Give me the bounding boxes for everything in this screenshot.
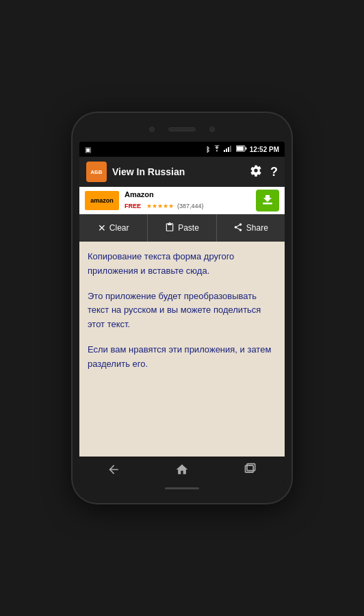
svg-point-0 bbox=[216, 151, 217, 151]
notification-icon: ▣ bbox=[85, 146, 91, 153]
svg-rect-8 bbox=[263, 203, 272, 205]
phone-screen: ▣ ᛒ bbox=[79, 142, 285, 483]
download-icon bbox=[261, 194, 274, 208]
ad-free-label: FREE bbox=[125, 203, 141, 209]
paragraph-2: Это приложение будет преобразовывать тек… bbox=[88, 290, 276, 332]
svg-rect-4 bbox=[230, 146, 231, 152]
battery-icon bbox=[236, 145, 247, 153]
svg-rect-6 bbox=[245, 148, 246, 150]
share-icon bbox=[233, 222, 243, 234]
settings-icon[interactable] bbox=[250, 164, 262, 179]
app-titlebar: АБВ View In Russian ? bbox=[79, 157, 285, 187]
home-indicator bbox=[165, 487, 199, 489]
clear-button[interactable]: ✕ Clear bbox=[79, 214, 148, 242]
ad-details: FREE ★★★★★ (387,444) bbox=[125, 198, 250, 211]
phone-bottom bbox=[79, 483, 285, 493]
paste-label: Paste bbox=[178, 223, 199, 233]
status-left: ▣ bbox=[85, 146, 91, 153]
clipboard-icon bbox=[165, 222, 174, 234]
app-logo: АБВ bbox=[86, 162, 107, 182]
svg-rect-7 bbox=[237, 146, 244, 151]
sensor bbox=[209, 127, 215, 132]
download-button[interactable] bbox=[256, 190, 279, 211]
paragraph-3: Если вам нравятся эти приложения, и зате… bbox=[88, 343, 276, 372]
phone-shell: ▣ ᛒ bbox=[73, 113, 291, 503]
ad-app-name: Amazon bbox=[125, 190, 250, 198]
toolbar: ✕ Clear Paste Share bbox=[79, 214, 285, 242]
front-camera bbox=[149, 127, 155, 132]
phone-top-bar bbox=[79, 123, 285, 136]
ad-banner: amazon Amazon FREE ★★★★★ (387,444) bbox=[79, 187, 285, 214]
logo-text: АБВ bbox=[90, 169, 102, 175]
content-text: Копирование текста форма другого приложе… bbox=[88, 250, 276, 372]
wifi-icon bbox=[213, 145, 221, 153]
nav-bar bbox=[79, 457, 285, 483]
back-button[interactable] bbox=[100, 457, 127, 483]
share-label: Share bbox=[246, 223, 268, 233]
ad-stars: ★★★★★ bbox=[146, 203, 174, 209]
status-bar: ▣ ᛒ bbox=[79, 142, 285, 157]
recents-button[interactable] bbox=[237, 457, 264, 483]
bluetooth-icon: ᛒ bbox=[206, 146, 210, 153]
main-content: Копирование текста форма другого приложе… bbox=[79, 242, 285, 457]
signal-icon bbox=[224, 145, 233, 153]
clear-label: Clear bbox=[109, 223, 129, 233]
time-display: 12:52 PM bbox=[250, 146, 279, 153]
app-title: View In Russian bbox=[112, 166, 244, 177]
speaker-grill bbox=[168, 127, 196, 131]
share-button[interactable]: Share bbox=[217, 214, 285, 242]
help-icon[interactable]: ? bbox=[270, 165, 278, 179]
paragraph-1: Копирование текста форма другого приложе… bbox=[88, 250, 276, 279]
titlebar-icons: ? bbox=[250, 164, 278, 179]
ad-reviews: (387,444) bbox=[177, 203, 204, 209]
ad-info: Amazon FREE ★★★★★ (387,444) bbox=[125, 190, 250, 211]
svg-rect-1 bbox=[224, 150, 225, 152]
amazon-logo: amazon bbox=[85, 191, 119, 210]
home-button[interactable] bbox=[168, 457, 196, 483]
svg-rect-2 bbox=[226, 149, 227, 152]
svg-rect-3 bbox=[228, 147, 229, 152]
close-icon: ✕ bbox=[98, 222, 106, 233]
status-right: ᛒ bbox=[206, 145, 279, 153]
paste-button[interactable]: Paste bbox=[148, 214, 216, 242]
amazon-logo-text: amazon bbox=[90, 197, 114, 204]
